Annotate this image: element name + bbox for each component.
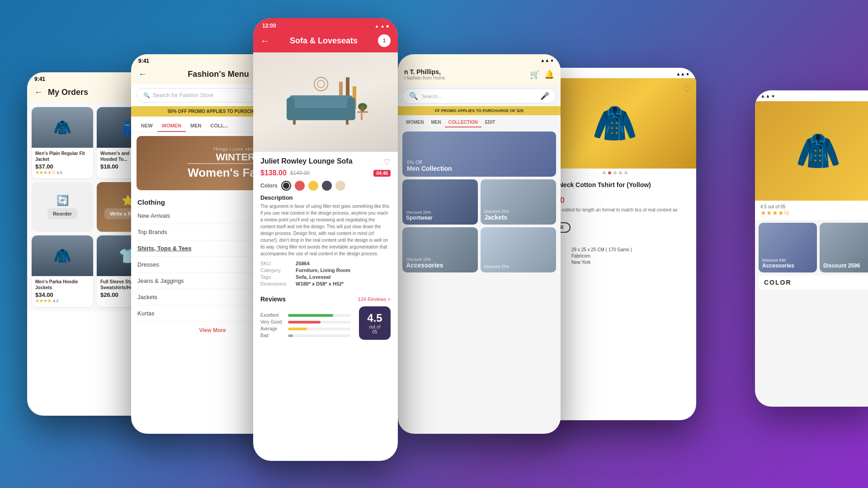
back-arrow-left[interactable]: ← (34, 88, 42, 97)
my-orders-title: My Orders (48, 88, 88, 97)
sofa-details: Juliet Rowley Lounge Sofa ♡ $138.00 $149… (253, 152, 398, 296)
color-dot-1[interactable] (295, 181, 305, 191)
color-dot-3[interactable] (322, 181, 332, 191)
sportwear-label: Discount 20% Sportwear (406, 210, 433, 221)
tshirt-desc: hat has be edited for length an format t… (540, 207, 690, 220)
dot-3[interactable] (613, 171, 617, 174)
grid-card-accessories[interactable]: Discount 15% Accessories (402, 227, 478, 272)
detail-origin: gin: New York (540, 260, 690, 265)
tags-key: Tags (260, 274, 292, 280)
mid-right-sub: r fashion from Home (404, 75, 445, 80)
mid-right-action-icons: 🛒 🔔 (530, 70, 554, 80)
color-dot-4[interactable] (335, 181, 345, 191)
order-card-reorder[interactable]: 🔄 Reorder (32, 182, 93, 232)
cart-icon[interactable]: 🛒 (530, 70, 540, 80)
status-bar-center: 12:00 ▲ ▲ ■ (253, 18, 398, 32)
wishlist-icon-right[interactable]: ♡ (683, 84, 691, 94)
reviews-header: Reviews 124 Reviews > (260, 296, 391, 303)
svg-point-14 (317, 80, 325, 88)
far-right-status: ▲▲ ● (755, 90, 868, 101)
dimensions-key: Dimensions (260, 281, 292, 286)
order-card-5[interactable]: 🧥 Men's Parka Hoodie Jockets $34.00 ★★★★… (32, 235, 93, 307)
colors-row: Colors (260, 181, 391, 191)
status-icons-mid-right: ▲▲ ● (540, 58, 553, 63)
bar-bad: Bad (260, 333, 351, 338)
jacket-icon: 🧥 (796, 130, 841, 172)
tags-val: Sofa, Loveseat (296, 274, 331, 280)
reviews-content: Excellent Very Good Average (260, 306, 391, 340)
discount-card-accessories[interactable]: Discount 590 Accessories (759, 223, 817, 272)
phone-discount-cards: ▲▲ ● 🧥 ♡ 4.5 out of 05 ★★★★½ Discount 59… (755, 90, 868, 407)
search-icon-mid-right: 🔍 (409, 92, 418, 100)
grid-card-bottom[interactable]: Discount 25% (481, 227, 556, 272)
grid-card-jackets[interactable]: Discount 25% Jackets (481, 179, 556, 225)
color-dot-0[interactable] (281, 181, 291, 191)
bar-fill-excellent (288, 314, 333, 317)
order-card-1[interactable]: 🧥 Men's Plain Regular Fit Jacket $37.00 … (32, 107, 93, 178)
mid-right-user: n T. Phillips, r fashion from Home (404, 68, 445, 80)
discount-card-2596[interactable]: Discount 2596 (820, 223, 868, 272)
category-key: Category (260, 267, 292, 273)
time-center: 12:00 (262, 23, 276, 29)
dot-2[interactable] (608, 171, 611, 174)
mid-right-tab-women[interactable]: WOMEN (402, 118, 427, 127)
jackets-label: Discount 25% Jackets (484, 209, 509, 221)
bar-bg-very-good (288, 321, 351, 324)
order-info-5: Men's Parka Hoodie Jockets $34.00 ★★★★ 4… (32, 276, 93, 307)
dot-5[interactable] (624, 171, 627, 174)
bar-label-excellent: Excellent (260, 313, 285, 318)
tab-collection[interactable]: COLL... (206, 120, 233, 132)
svg-rect-8 (346, 119, 349, 125)
grid-card-men-collection[interactable]: 0% Off Men Collection (402, 131, 556, 177)
mid-right-tab-collection[interactable]: COLLECTION (445, 118, 481, 127)
reorder-btn[interactable]: Reorder (47, 208, 77, 219)
sofa-back-arrow[interactable]: ← (260, 36, 269, 46)
desc-text: The argument in favor of using filler te… (260, 203, 391, 257)
reviews-section: Reviews 124 Reviews > Excellent Very Goo… (253, 296, 398, 345)
jackets-text: Jackets (484, 214, 509, 221)
order-img-5: 🧥 (32, 235, 93, 276)
discount-grid: Discount 590 Accessories Discount 2596 (755, 220, 868, 275)
tab-men[interactable]: MEN (186, 120, 206, 132)
rating-out-of: out of 05 (366, 324, 383, 334)
mid-right-tab-men[interactable]: MEN (427, 118, 444, 127)
collection-grid: 0% Off Men Collection Discount 20% Sport… (398, 128, 561, 276)
meta-sku: SKU 25864 (260, 261, 391, 266)
bottom-discount: Discount 25% (484, 264, 509, 269)
ratings-label: Ratings) (540, 189, 690, 194)
mid-right-search[interactable]: 🔍 Search... 🎤 (402, 89, 556, 103)
far-right-color-section: COLOR (759, 275, 868, 290)
status-icons-right: ▲▲ ● (676, 71, 689, 76)
color-title: COLOR (764, 279, 868, 286)
reviews-title: Reviews (260, 296, 286, 303)
dot-4[interactable] (619, 171, 622, 174)
bar-bg-excellent (288, 314, 351, 317)
price-row: $138.00 $149.00 04:46 (260, 169, 391, 177)
men-collection-text: Men Collection (407, 165, 452, 172)
meta-category: Category Furniture, Living Room (260, 267, 391, 273)
sofa-illustration (280, 66, 371, 138)
far-right-hero: 🧥 ♡ (755, 101, 868, 201)
tab-new[interactable]: NEW (137, 120, 157, 132)
order-price-1: $37.00 (35, 163, 90, 170)
detail-brand: in: Fabricorn (540, 253, 690, 258)
cart-badge[interactable]: 1 (378, 34, 391, 47)
detail-val-brand: Fabricorn (571, 253, 590, 258)
reviews-link[interactable]: 124 Reviews > (358, 296, 391, 302)
fashion-back-arrow[interactable]: ← (138, 70, 146, 79)
svg-point-13 (314, 77, 328, 91)
dot-1[interactable] (603, 171, 606, 174)
colors-label: Colors (260, 183, 278, 189)
mic-icon[interactable]: 🎤 (540, 92, 549, 100)
wishlist-heart-icon[interactable]: ♡ (383, 157, 391, 167)
svg-rect-4 (289, 95, 353, 108)
rating-text: 4.5 out of 05 (760, 204, 868, 209)
bell-icon[interactable]: 🔔 (544, 70, 554, 80)
color-dot-2[interactable] (308, 181, 318, 191)
search-placeholder: Search for Fashion Store (153, 92, 213, 99)
mid-right-tab-edit[interactable]: EDIT (481, 118, 499, 127)
phone-home-fashion: ▲▲ ● n T. Phillips, r fashion from Home … (398, 54, 561, 434)
grid-card-sportwear[interactable]: Discount 20% Sportwear (402, 179, 478, 225)
tab-women[interactable]: WOMEN (157, 120, 186, 132)
bar-label-very-good: Very Good (260, 319, 285, 324)
